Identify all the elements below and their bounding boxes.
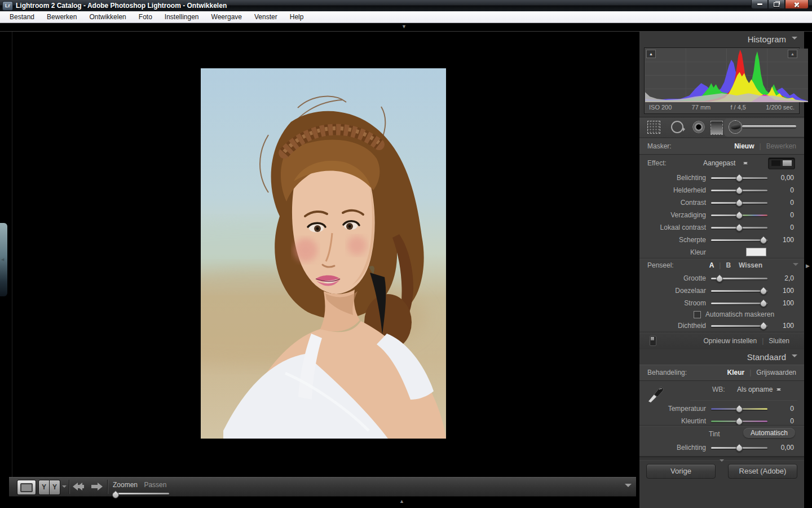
behandeling-kleur-button[interactable]: Kleur — [727, 369, 744, 376]
before-view-icon: Y — [38, 480, 50, 495]
effect-toggle-switch[interactable] — [768, 157, 795, 169]
toolbar-options-dropdown-icon[interactable] — [625, 484, 632, 491]
wb-divider — [690, 400, 797, 401]
histogram-graph[interactable] — [645, 49, 808, 102]
effect-preset-select[interactable]: Aangepast — [703, 159, 735, 167]
restore-icon — [774, 2, 779, 7]
opnieuw-instellen-button[interactable]: Opnieuw instellen — [703, 337, 757, 345]
brush-wissen-button[interactable]: Wissen — [739, 261, 762, 269]
exif-iso: ISO 200 — [649, 103, 672, 113]
menu-bestand[interactable]: Bestand — [3, 11, 41, 23]
lightroom-app-icon: Lr — [2, 1, 13, 11]
effect-updown-icon[interactable] — [743, 160, 748, 167]
masker-nieuw-button[interactable]: Nieuw — [734, 142, 754, 150]
stroom-slider[interactable] — [711, 300, 767, 307]
grootte-slider[interactable] — [711, 275, 767, 282]
previous-photo-arrow[interactable] — [72, 481, 85, 492]
before-after-button[interactable]: Y Y — [38, 480, 60, 495]
temperatuur-slider[interactable] — [711, 405, 767, 413]
menu-foto[interactable]: Foto — [133, 11, 158, 23]
penseel-collapse-icon[interactable] — [793, 263, 798, 269]
masker-row: Masker: Nieuw | Bewerken — [639, 138, 804, 155]
wb-block: WB: Als opname Temperatuur 0 Kleurtint 0 — [639, 381, 804, 425]
passen-label[interactable]: Passen — [144, 481, 166, 489]
panel-buttons-caret-icon[interactable] — [720, 459, 724, 464]
automask-checkbox[interactable] — [694, 311, 701, 318]
brush-b-button[interactable]: B — [726, 261, 731, 269]
lokaal-contrast-slider[interactable] — [711, 224, 767, 231]
menu-weergave[interactable]: Weergave — [205, 11, 248, 23]
masker-bewerken-button[interactable]: Bewerken — [766, 142, 796, 150]
slider-scherpte: Scherpte 100 — [639, 234, 804, 246]
effect-row: Effect: Aangepast — [639, 155, 804, 172]
belichting-slider[interactable] — [711, 174, 767, 182]
zoom-slider[interactable] — [113, 491, 169, 497]
redeye-tool-icon[interactable] — [692, 121, 705, 133]
next-photo-arrow[interactable] — [90, 481, 103, 492]
behandeling-grijswaarden-button[interactable]: Grijswaarden — [756, 369, 796, 376]
slider-grootte: Grootte 2,0 — [639, 272, 804, 284]
menu-bewerken[interactable]: Bewerken — [41, 11, 83, 23]
sluiten-button[interactable]: Sluiten — [769, 337, 789, 345]
wb-preset-select[interactable]: Als opname — [737, 386, 773, 393]
bottom-toolbar: Y Y Zoomen Passen — [9, 477, 636, 497]
vorige-button[interactable]: Vorige — [646, 464, 716, 479]
graduated-filter-tool-icon[interactable] — [710, 121, 723, 135]
reset-adobe-button[interactable]: Reset (Adobe) — [728, 464, 797, 479]
zoom-slider-thumb[interactable] — [111, 491, 121, 500]
panel-enable-switch[interactable] — [650, 336, 656, 346]
loupe-view-button[interactable] — [17, 480, 36, 495]
close-button[interactable] — [785, 0, 809, 9]
kleur-row: Kleur — [639, 246, 804, 258]
helderheid-slider[interactable] — [711, 187, 767, 194]
standaard-title: Standaard — [747, 352, 786, 362]
brush-handle-icon — [742, 125, 796, 128]
histogram-collapse-icon[interactable] — [792, 37, 797, 42]
automatisch-button[interactable]: Automatisch — [743, 428, 795, 438]
collapse-top-panel-icon[interactable]: ▼ — [401, 24, 407, 29]
histogram-panel[interactable]: ▲ ▲ ISO 200 77 mm f / 4,5 1/200 sec. — [644, 47, 800, 114]
white-balance-eyedropper-icon[interactable] — [645, 383, 668, 404]
dichtheid-slider[interactable] — [711, 322, 767, 330]
contrast-slider[interactable] — [711, 199, 767, 207]
standaard-collapse-icon[interactable] — [792, 354, 797, 360]
loupe-view-icon — [20, 483, 33, 492]
minimize-icon — [757, 3, 762, 5]
zoom-slider-track[interactable] — [113, 493, 169, 494]
scherpte-slider[interactable] — [711, 237, 767, 244]
highlight-clipping-indicator[interactable]: ▲ — [788, 50, 797, 58]
menu-help[interactable]: Help — [284, 11, 310, 23]
zoomen-label[interactable]: Zoomen — [113, 481, 138, 489]
wb-updown-icon[interactable] — [776, 386, 782, 393]
kleurtint-slider[interactable] — [711, 418, 767, 425]
doezelaar-slider[interactable] — [711, 287, 767, 295]
right-panel-arrow-icon[interactable]: ▶ — [806, 263, 810, 269]
behandeling-row: Behandeling: Kleur | Grijswaarden — [639, 365, 804, 381]
standaard-header[interactable]: Standaard — [639, 349, 804, 365]
tint-block: Tint Automatisch Belichting 0,00 — [639, 425, 804, 456]
verzadiging-slider[interactable] — [711, 212, 767, 219]
kleur-color-swatch[interactable] — [746, 248, 766, 256]
crop-tool-icon[interactable] — [647, 121, 660, 134]
menu-venster[interactable]: Venster — [248, 11, 284, 23]
spot-removal-tool-icon[interactable] — [671, 121, 683, 133]
before-after-dropdown-icon[interactable] — [62, 485, 67, 490]
automask-label: Automatisch maskeren — [705, 310, 774, 318]
menu-instellingen[interactable]: Instellingen — [158, 11, 205, 23]
restore-button[interactable] — [768, 0, 785, 9]
right-panel: Histogram ▲ ▲ ISO 200 77 mm — [639, 32, 804, 508]
brush-a-button[interactable]: A — [709, 261, 714, 269]
collapse-filmstrip-icon[interactable]: ▲ — [399, 499, 404, 504]
slider-helderheid: Helderheid 0 — [639, 184, 804, 196]
slider-contrast: Contrast 0 — [639, 196, 804, 209]
exif-aperture: f / 4,5 — [730, 103, 746, 113]
minimize-button[interactable] — [751, 0, 768, 9]
automask-row: Automatisch maskeren — [639, 309, 804, 319]
brush-footer-row: Opnieuw instellen | Sluiten — [639, 332, 804, 349]
belichting-basis-slider[interactable] — [711, 444, 767, 452]
photo-canvas[interactable] — [201, 68, 446, 439]
histogram-header[interactable]: Histogram — [639, 32, 804, 47]
menu-ontwikkelen[interactable]: Ontwikkelen — [83, 11, 132, 23]
shadow-clipping-indicator[interactable]: ▲ — [646, 50, 656, 58]
slider-doezelaar: Doezelaar 100 — [639, 284, 804, 297]
